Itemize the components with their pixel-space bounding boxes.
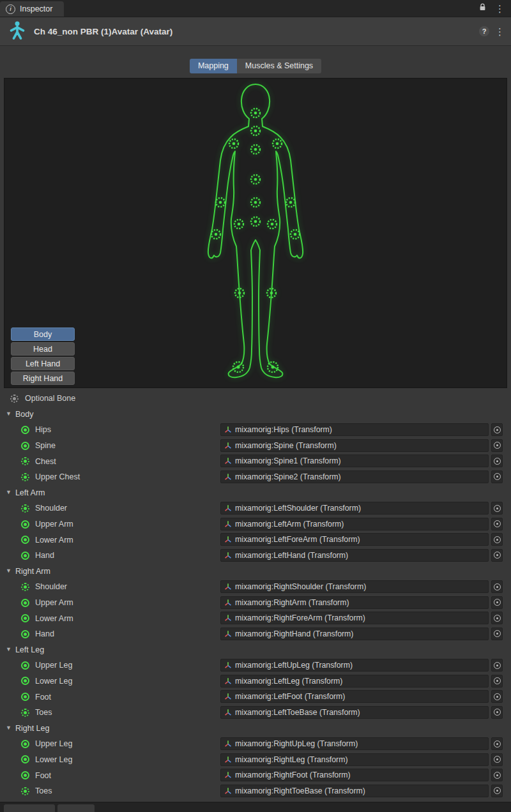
bone-label[interactable]: Toes (35, 708, 52, 717)
lock-icon[interactable] (479, 3, 486, 13)
foldout-triangle-icon[interactable]: ▼ (6, 568, 11, 574)
bone-object-field[interactable]: mixamorig:RightShoulder (Transform) (220, 580, 489, 593)
foldout-triangle-icon[interactable]: ▼ (6, 646, 11, 652)
bone-label[interactable]: Hand (35, 551, 54, 560)
bone-label[interactable]: Shoulder (35, 504, 67, 513)
object-picker-button[interactable] (491, 690, 503, 703)
bone-group-header[interactable]: ▼ Right Arm (0, 564, 511, 580)
bone-status-icon[interactable] (21, 630, 29, 638)
bone-object-field[interactable]: mixamorig:LeftFoot (Transform) (220, 690, 489, 703)
bone-status-icon[interactable] (21, 426, 29, 434)
bone-label[interactable]: Hand (35, 629, 54, 638)
bone-object-field[interactable]: mixamorig:RightUpLeg (Transform) (220, 737, 489, 750)
bone-label[interactable]: Lower Leg (35, 677, 72, 686)
bone-status-icon[interactable] (21, 520, 29, 529)
object-picker-button[interactable] (491, 439, 503, 452)
object-picker-button[interactable] (491, 785, 503, 797)
bone-status-icon[interactable] (21, 755, 29, 763)
bone-object-field[interactable]: mixamorig:RightArm (Transform) (220, 596, 489, 609)
bone-object-field[interactable]: mixamorig:Spine1 (Transform) (220, 455, 489, 467)
bone-object-field[interactable]: mixamorig:Hips (Transform) (220, 423, 489, 436)
bone-label[interactable]: Upper Arm (35, 598, 73, 607)
tab-mapping[interactable]: Mapping (190, 59, 237, 73)
bone-label[interactable]: Upper Arm (35, 520, 73, 529)
bone-status-icon[interactable] (21, 771, 29, 779)
object-picker-button[interactable] (491, 596, 503, 609)
bone-object-field[interactable]: mixamorig:RightToeBase (Transform) (220, 785, 489, 797)
bone-label[interactable]: Lower Arm (35, 536, 73, 545)
clipped-tab-stub[interactable] (57, 804, 95, 812)
bone-status-icon[interactable] (21, 599, 29, 607)
bone-object-field[interactable]: mixamorig:LeftArm (Transform) (220, 518, 489, 530)
bone-object-field[interactable]: mixamorig:LeftUpLeg (Transform) (220, 659, 489, 672)
bone-object-field[interactable]: mixamorig:RightFoot (Transform) (220, 769, 489, 781)
object-picker-button[interactable] (491, 706, 503, 719)
object-picker-button[interactable] (491, 675, 503, 688)
body-button[interactable]: Body (11, 327, 75, 341)
object-picker-button[interactable] (491, 769, 503, 781)
bone-status-icon[interactable] (21, 677, 29, 685)
bone-label[interactable]: Spine (35, 441, 56, 450)
bone-label[interactable]: Shoulder (35, 582, 67, 591)
bone-status-icon[interactable] (21, 740, 29, 748)
bone-object-field[interactable]: mixamorig:LeftToeBase (Transform) (220, 706, 489, 719)
object-picker-button[interactable] (491, 753, 503, 766)
object-picker-button[interactable] (491, 423, 503, 436)
inspector-tab[interactable]: i Inspector (0, 1, 64, 17)
bone-status-icon[interactable] (21, 787, 29, 795)
bone-status-icon[interactable] (21, 457, 29, 465)
header-menu-icon[interactable]: ⋮ (495, 27, 505, 36)
bone-group-header[interactable]: ▼ Left Arm (0, 485, 511, 501)
bone-label[interactable]: Toes (35, 786, 52, 795)
object-picker-button[interactable] (491, 455, 503, 467)
bone-label[interactable]: Lower Arm (35, 614, 73, 623)
bone-label[interactable]: Upper Chest (35, 472, 80, 481)
bone-status-icon[interactable] (21, 473, 29, 481)
bone-object-field[interactable]: mixamorig:RightLeg (Transform) (220, 753, 489, 766)
bone-object-field[interactable]: mixamorig:Spine (Transform) (220, 439, 489, 452)
avatar-bone-map[interactable] (192, 82, 319, 382)
head-button[interactable]: Head (11, 342, 75, 356)
object-picker-button[interactable] (491, 737, 503, 750)
foldout-triangle-icon[interactable]: ▼ (6, 410, 11, 417)
object-picker-button[interactable] (491, 502, 503, 515)
tab-muscles-settings[interactable]: Muscles & Settings (237, 59, 321, 73)
bone-label[interactable]: Upper Leg (35, 739, 72, 748)
bone-status-icon[interactable] (21, 693, 29, 701)
object-picker-button[interactable] (491, 518, 503, 530)
foldout-triangle-icon[interactable]: ▼ (6, 489, 11, 495)
bone-label[interactable]: Upper Leg (35, 661, 72, 670)
bone-object-field[interactable]: mixamorig:RightHand (Transform) (220, 628, 489, 640)
bone-label[interactable]: Lower Leg (35, 755, 72, 764)
bone-group-header[interactable]: ▼ Left Leg (0, 642, 511, 658)
bone-label[interactable]: Chest (35, 457, 56, 466)
bone-object-field[interactable]: mixamorig:RightForeArm (Transform) (220, 612, 489, 624)
object-picker-button[interactable] (491, 628, 503, 640)
left-hand-button[interactable]: Left Hand (11, 357, 75, 370)
bone-status-icon[interactable] (21, 583, 29, 591)
titlebar-menu-icon[interactable]: ⋮ (495, 4, 505, 13)
clipped-tab-stub[interactable] (4, 804, 55, 812)
object-picker-button[interactable] (491, 549, 503, 562)
bone-object-field[interactable]: mixamorig:LeftHand (Transform) (220, 549, 489, 562)
bone-group-header[interactable]: ▼ Body (0, 407, 511, 423)
foldout-triangle-icon[interactable]: ▼ (6, 725, 11, 731)
bone-status-icon[interactable] (21, 552, 29, 560)
bone-label[interactable]: Hips (35, 425, 51, 434)
bone-object-field[interactable]: mixamorig:Spine2 (Transform) (220, 470, 489, 483)
object-picker-button[interactable] (491, 612, 503, 624)
bone-object-field[interactable]: mixamorig:LeftShoulder (Transform) (220, 502, 489, 515)
bone-status-icon[interactable] (21, 504, 29, 513)
bone-status-icon[interactable] (21, 709, 29, 717)
object-picker-button[interactable] (491, 580, 503, 593)
bone-object-field[interactable]: mixamorig:LeftLeg (Transform) (220, 675, 489, 688)
right-hand-button[interactable]: Right Hand (11, 372, 75, 385)
bone-object-field[interactable]: mixamorig:LeftForeArm (Transform) (220, 533, 489, 546)
object-picker-button[interactable] (491, 470, 503, 483)
bone-label[interactable]: Foot (35, 693, 51, 702)
bone-status-icon[interactable] (21, 614, 29, 622)
bone-status-icon[interactable] (21, 536, 29, 544)
help-icon[interactable]: ? (479, 26, 489, 36)
bone-group-header[interactable]: ▼ Right Leg (0, 720, 511, 736)
bone-status-icon[interactable] (21, 661, 29, 670)
